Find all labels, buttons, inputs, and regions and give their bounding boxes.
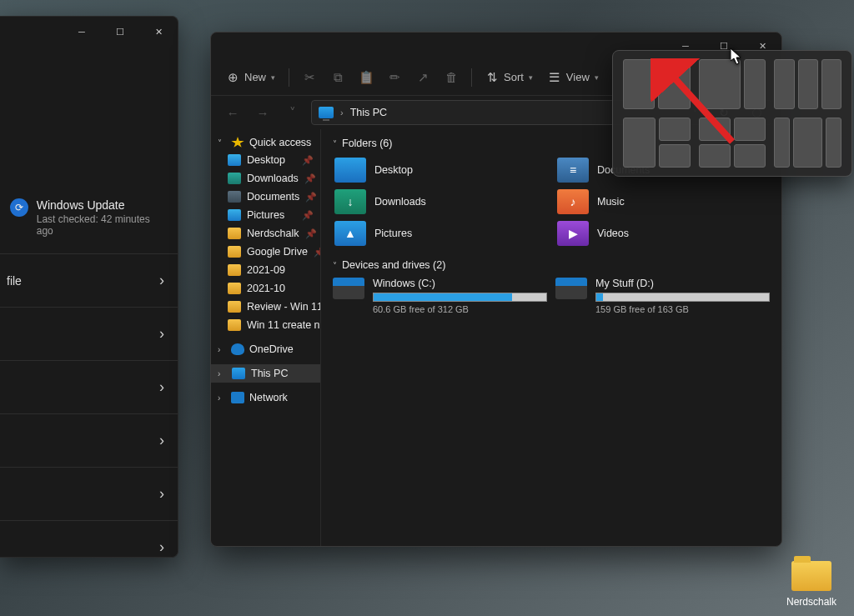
pin-icon: 📌: [305, 192, 317, 203]
back-button[interactable]: ←: [221, 106, 244, 120]
sidebar-item[interactable]: Nerdschalk📌: [211, 224, 320, 243]
settings-item[interactable]: [0, 414, 178, 468]
close-button[interactable]: ✕: [139, 17, 178, 47]
snap-layout-thirds[interactable]: [774, 59, 841, 109]
sort-icon: ⇅: [485, 71, 499, 84]
windows-update-title: Windows Update: [37, 198, 168, 212]
drive-item[interactable]: Windows (C:) 60.6 GB free of 312 GB: [333, 278, 547, 314]
sidebar-item[interactable]: Documents📌: [211, 188, 320, 206]
settings-item[interactable]: file: [0, 254, 178, 308]
cut-button[interactable]: ✂: [296, 66, 323, 89]
settings-item[interactable]: [0, 361, 178, 414]
paste-icon: 📋: [359, 71, 373, 84]
paste-button[interactable]: 📋: [353, 66, 379, 89]
sync-icon: ⟳: [10, 198, 28, 217]
folder-icon: [228, 228, 241, 239]
folder-item[interactable]: ↓Downloads: [333, 188, 547, 216]
view-button[interactable]: ☰ View ▾: [541, 66, 605, 89]
chevron-right-icon: [159, 378, 164, 396]
sidebar-group-quick[interactable]: ˅ Quick access: [211, 134, 320, 151]
chevron-right-icon: ›: [340, 108, 344, 118]
annotation-arrow: [651, 58, 742, 150]
sidebar-item[interactable]: 2021-09: [211, 261, 320, 279]
snap-zone[interactable]: [774, 59, 794, 109]
up-button[interactable]: ˅: [281, 105, 304, 120]
chevron-down-icon: ˅: [333, 139, 337, 148]
rename-icon: ✏: [388, 71, 401, 84]
network-icon: [231, 392, 244, 403]
folder-icon: [228, 246, 241, 258]
settings-window: ─ ☐ ✕ ⟳ Windows Update Last checked: 42 …: [0, 16, 178, 558]
windows-update-row[interactable]: ⟳ Windows Update Last checked: 42 minute…: [0, 190, 178, 245]
sidebar: ˅ Quick access Desktop📌Downloads📌Documen…: [211, 129, 321, 546]
pin-icon: 📌: [305, 228, 317, 239]
snap-zone[interactable]: [744, 59, 766, 109]
chevron-right-icon: ›: [218, 393, 226, 403]
chevron-right-icon: ›: [218, 369, 226, 378]
snap-zone[interactable]: [774, 118, 790, 168]
folder-item[interactable]: ♪Music: [555, 188, 770, 216]
folder-icon: [791, 561, 831, 591]
share-button[interactable]: ↗: [409, 66, 436, 89]
sidebar-item-thispc[interactable]: › This PC: [211, 364, 320, 383]
settings-item[interactable]: [0, 521, 178, 558]
sidebar-item[interactable]: 2021-10: [211, 279, 320, 298]
sidebar-item[interactable]: Pictures📌: [211, 206, 320, 224]
desktop-icon[interactable]: Nerdschalk: [782, 561, 841, 608]
sidebar-item[interactable]: Review - Win 11 st: [211, 298, 320, 316]
snap-zone[interactable]: [798, 59, 818, 109]
minimize-button[interactable]: ─: [63, 17, 101, 47]
cut-icon: ✂: [303, 71, 316, 84]
folder-icon: [228, 209, 241, 221]
folder-icon: [228, 301, 241, 313]
folder-item[interactable]: Desktop: [333, 156, 547, 184]
drive-item[interactable]: My Stuff (D:) 159 GB free of 163 GB: [555, 278, 770, 314]
chevron-right-icon: [159, 485, 164, 503]
chevron-down-icon: ˅: [218, 138, 226, 148]
pin-icon: 📌: [302, 155, 314, 166]
section-header-drives[interactable]: ˅ Devices and drives (2): [333, 259, 770, 271]
delete-button[interactable]: 🗑: [438, 66, 465, 89]
sidebar-item[interactable]: Desktop📌: [211, 151, 320, 169]
pin-icon: 📌: [314, 247, 320, 258]
sidebar-group-network[interactable]: › Network: [211, 389, 320, 406]
chevron-right-icon: [159, 325, 164, 343]
folder-icon: [228, 173, 241, 184]
sidebar-item[interactable]: Downloads📌: [211, 169, 320, 188]
share-icon: ↗: [416, 71, 430, 84]
chevron-right-icon: [159, 538, 164, 556]
folder-icon: ≡: [557, 158, 589, 183]
breadcrumb[interactable]: This PC: [350, 107, 387, 118]
pin-icon: 📌: [302, 210, 314, 221]
folder-item[interactable]: ▲Pictures: [333, 219, 547, 248]
desktop-icon-label: Nerdschalk: [782, 596, 841, 608]
forward-button[interactable]: →: [251, 106, 274, 120]
folder-icon: ▶: [557, 221, 589, 246]
plus-circle-icon: ⊕: [226, 71, 239, 84]
sort-button[interactable]: ⇅ Sort ▾: [479, 66, 540, 89]
sidebar-item[interactable]: Win 11 create new: [211, 316, 320, 334]
chevron-right-icon: ›: [218, 345, 226, 354]
folder-item[interactable]: ▶Videos: [555, 219, 770, 248]
settings-item[interactable]: [0, 468, 178, 521]
new-button[interactable]: ⊕ New ▾: [219, 66, 282, 89]
sidebar-group-onedrive[interactable]: › OneDrive: [211, 341, 320, 358]
window-controls: ─ ☐ ✕: [63, 17, 178, 47]
chevron-right-icon: [159, 272, 164, 289]
copy-button[interactable]: ⧉: [324, 66, 351, 89]
rename-button[interactable]: ✏: [381, 66, 408, 89]
folder-icon: [228, 154, 241, 166]
snap-zone[interactable]: [821, 59, 841, 109]
view-icon: ☰: [548, 71, 561, 84]
snap-zone[interactable]: [826, 118, 841, 168]
pc-icon: [319, 107, 334, 118]
capacity-bar: [373, 293, 547, 302]
maximize-button[interactable]: ☐: [101, 17, 139, 47]
sidebar-item[interactable]: Google Drive📌: [211, 243, 320, 261]
capacity-bar: [595, 293, 770, 302]
folder-icon: ▲: [334, 221, 366, 246]
copy-icon: ⧉: [331, 71, 344, 84]
snap-layout-quarter-half-quarter[interactable]: [774, 118, 841, 168]
settings-item[interactable]: [0, 308, 178, 361]
snap-zone[interactable]: [793, 118, 822, 168]
